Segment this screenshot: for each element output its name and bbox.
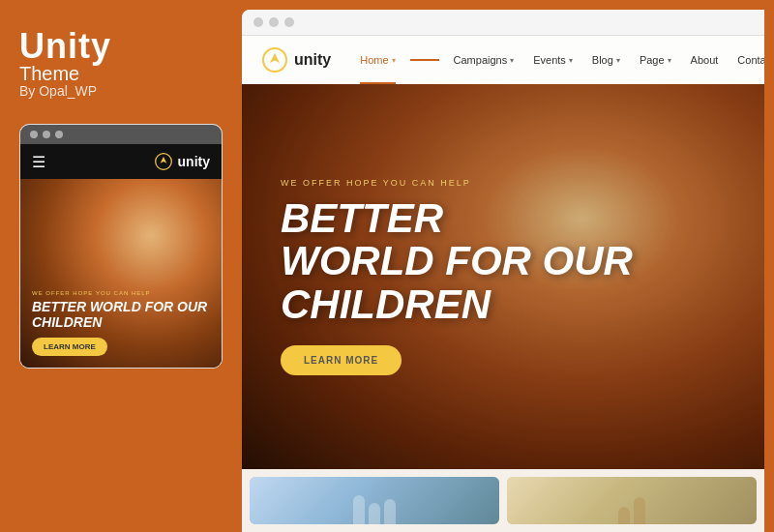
chevron-down-icon: ▾ — [569, 56, 573, 65]
mobile-browser-bar — [20, 125, 222, 144]
nav-link-page[interactable]: Page ▾ — [630, 36, 681, 84]
nav-divider — [410, 59, 439, 61]
bottom-cards-section — [242, 469, 764, 532]
chevron-down-icon: ▾ — [668, 56, 671, 65]
mobile-logo: unity — [154, 152, 210, 171]
desktop-site-preview: unity Home ▾ Campaigns ▾ Events ▾ Blog — [242, 36, 764, 532]
hero-section: WE OFFER HOPE YOU CAN HELP BETTERWORLD F… — [242, 84, 764, 469]
person-shape — [618, 507, 630, 524]
people-shape-1 — [250, 487, 499, 524]
mobile-dot-2 — [43, 131, 50, 138]
browser-dot-1 — [253, 17, 263, 27]
nav-link-home[interactable]: Home ▾ — [350, 36, 404, 84]
mobile-hero: WE OFFER HOPE YOU CAN HELP BETTER WORLD … — [20, 179, 222, 368]
people-shape-2 — [507, 487, 757, 524]
mobile-unity-logo-icon — [154, 152, 173, 171]
hero-small-text: WE OFFER HOPE YOU CAN HELP — [281, 178, 726, 188]
nav-link-about[interactable]: About — [681, 36, 729, 84]
browser-dot-2 — [269, 17, 279, 27]
nav-link-contact[interactable]: Contact — [728, 36, 764, 84]
person-shape — [369, 503, 380, 524]
hero-content: WE OFFER HOPE YOU CAN HELP BETTERWORLD F… — [242, 84, 764, 469]
bottom-card-2 — [507, 477, 757, 524]
hero-title: BETTERWORLD FOR OURCHILDREN — [281, 197, 668, 325]
nav-link-events[interactable]: Events ▾ — [523, 36, 582, 84]
left-panel: Unity Theme By Opal_WP ☰ unity WE OFFER … — [0, 0, 242, 532]
person-shape — [634, 497, 645, 524]
mobile-preview: ☰ unity WE OFFER HOPE YOU CAN HELP BETTE… — [19, 124, 223, 369]
bottom-card-image-1 — [250, 477, 499, 524]
theme-title-block: Unity Theme By Opal_WP — [19, 29, 223, 99]
mobile-nav: ☰ unity — [20, 144, 222, 179]
nav-link-campaigns[interactable]: Campaigns ▾ — [444, 36, 524, 84]
mobile-learn-more-button[interactable]: LEARN MORE — [32, 338, 107, 356]
person-shape — [384, 499, 396, 524]
mobile-hero-title: BETTER WORLD FOR OUR CHILDREN — [32, 300, 210, 330]
site-nav: unity Home ▾ Campaigns ▾ Events ▾ Blog — [242, 36, 764, 84]
right-panel: unity Home ▾ Campaigns ▾ Events ▾ Blog — [242, 10, 764, 532]
mobile-hero-small-text: WE OFFER HOPE YOU CAN HELP — [32, 290, 210, 296]
bottom-card-1 — [250, 477, 499, 524]
mobile-dot-1 — [30, 131, 38, 138]
site-unity-logo-icon — [261, 46, 288, 74]
browser-bar — [242, 10, 764, 36]
person-shape — [353, 495, 365, 524]
theme-title: Unity — [19, 29, 223, 64]
site-logo-text: unity — [294, 51, 331, 69]
hamburger-icon[interactable]: ☰ — [32, 153, 45, 171]
site-logo: unity — [261, 46, 331, 74]
mobile-logo-text: unity — [178, 154, 210, 169]
nav-links: Home ▾ Campaigns ▾ Events ▾ Blog ▾ Page — [350, 36, 764, 84]
mobile-dot-3 — [55, 131, 63, 138]
browser-dot-3 — [284, 17, 294, 27]
theme-author: By Opal_WP — [19, 83, 223, 99]
bottom-card-image-2 — [507, 477, 757, 524]
chevron-down-icon: ▾ — [510, 56, 514, 65]
nav-link-blog[interactable]: Blog ▾ — [582, 36, 630, 84]
chevron-down-icon: ▾ — [392, 56, 396, 65]
chevron-down-icon: ▾ — [616, 56, 620, 65]
hero-learn-more-button[interactable]: LEARN MORE — [281, 345, 402, 375]
theme-subtitle: Theme — [19, 64, 223, 83]
